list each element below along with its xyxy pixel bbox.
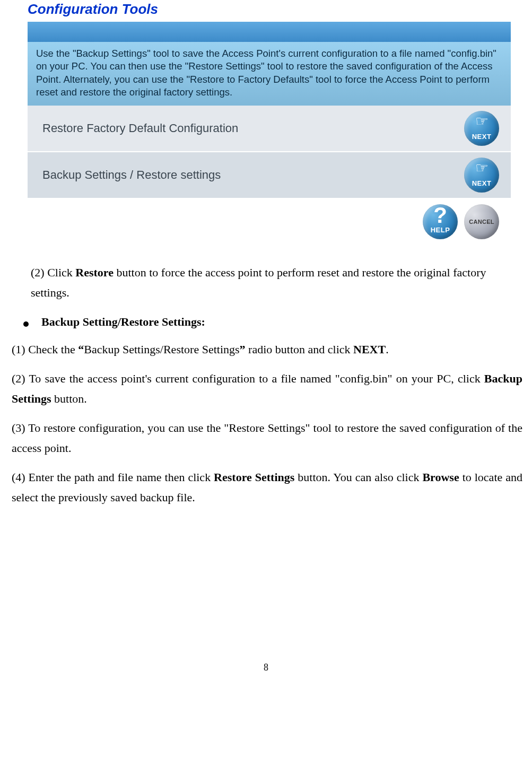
section-heading-text: Backup Setting/Restore Settings: xyxy=(41,312,205,333)
panel-title: Configuration Tools xyxy=(28,0,511,22)
panel-header-bar xyxy=(28,22,511,42)
option-label: Restore Factory Default Configuration xyxy=(42,121,238,135)
document-body: (2) Click Restore button to force the ac… xyxy=(12,263,522,508)
question-mark-icon: ? xyxy=(433,206,447,224)
restore-step-2: (2) Click Restore button to force the ac… xyxy=(12,263,522,303)
config-tools-panel: Configuration Tools Use the "Backup Sett… xyxy=(28,0,511,239)
cancel-button[interactable]: CANCEL xyxy=(464,204,499,239)
pointing-hand-icon: ☞ xyxy=(475,114,489,129)
panel-footer-buttons: ? HELP CANCEL xyxy=(28,199,511,239)
backup-step-4: (4) Enter the path and file name then cl… xyxy=(12,467,522,508)
help-button[interactable]: ? HELP xyxy=(423,204,458,239)
backup-step-1: (1) Check the “Backup Settings/Restore S… xyxy=(12,339,522,360)
next-button[interactable]: ☞ NEXT xyxy=(464,111,499,146)
page-number: 8 xyxy=(0,662,532,673)
cancel-button-label: CANCEL xyxy=(469,219,494,225)
next-button-label: NEXT xyxy=(472,133,492,141)
next-button[interactable]: ☞ NEXT xyxy=(464,158,499,193)
document-page: Configuration Tools Use the "Backup Sett… xyxy=(0,0,532,694)
option-row-restore-factory: Restore Factory Default Configuration ☞ … xyxy=(28,106,511,152)
section-heading-backup-restore: Backup Setting/Restore Settings: xyxy=(23,312,522,333)
pointing-hand-icon: ☞ xyxy=(475,161,489,176)
help-button-label: HELP xyxy=(431,226,450,234)
option-row-backup-restore: Backup Settings / Restore settings ☞ NEX… xyxy=(28,152,511,199)
next-button-label: NEXT xyxy=(472,179,492,187)
option-label: Backup Settings / Restore settings xyxy=(42,168,221,182)
panel-description: Use the "Backup Settings" tool to save t… xyxy=(28,42,511,106)
backup-step-3: (3) To restore configuration, you can us… xyxy=(12,418,522,459)
backup-step-2: (2) To save the access point's current c… xyxy=(12,369,522,410)
bullet-icon xyxy=(23,321,29,327)
